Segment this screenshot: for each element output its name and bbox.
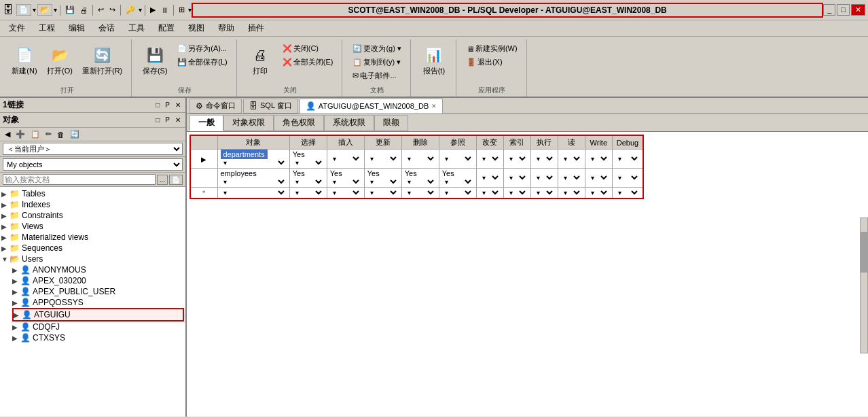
ribbon-new-btn[interactable]: 📄 新建(N) [8, 42, 41, 78]
row1-insert-dropdown[interactable]: ▾ [330, 154, 361, 163]
row2-exec[interactable]: ▾ [530, 169, 558, 188]
row3-insert-dropdown[interactable]: ▾ [330, 188, 361, 197]
obj-refresh[interactable]: 🔄 [68, 129, 82, 139]
row3-delete[interactable]: ▾ [401, 188, 439, 199]
open-dropdown-arrow[interactable]: ▾ [54, 6, 57, 14]
tree-item-anonymous[interactable]: ▶ 👤 ANONYMOUS [12, 264, 184, 275]
col-delete[interactable]: 删除 [401, 135, 439, 150]
menu-view[interactable]: 视图 [182, 20, 211, 36]
ribbon-saveas-btn[interactable]: 📄 另存为(A)... [174, 42, 230, 55]
panel2-close-btn[interactable]: ✕ [173, 116, 183, 124]
maximize-btn[interactable]: □ [837, 4, 850, 16]
panel2-pin-btn[interactable]: P [163, 116, 172, 124]
ribbon-email-btn[interactable]: ✉ 电子邮件... [349, 69, 405, 82]
menu-help[interactable]: 帮助 [212, 20, 240, 36]
row1-update-dropdown[interactable]: ▾ [367, 154, 399, 163]
ribbon-change-btn[interactable]: 🔄 更改为(g) ▾ [349, 42, 405, 55]
dropdown-arrow[interactable]: ▾ [33, 6, 36, 14]
row3-ref-dropdown[interactable]: ▾ [442, 188, 473, 197]
row1-exec-dropdown[interactable]: ▾ [534, 154, 555, 163]
tree-item-constraints[interactable]: ▶ 📁 Constraints [1, 210, 184, 221]
row3-exec-dropdown[interactable]: ▾ [534, 188, 555, 197]
obj-edit[interactable]: ✏ [43, 129, 54, 139]
row2-index[interactable]: ▾ [503, 169, 530, 188]
ribbon-print-btn[interactable]: 🖨 打印 [244, 42, 276, 78]
row3-alter[interactable]: ▾ [476, 188, 503, 199]
col-object[interactable]: 对象 [217, 135, 289, 150]
close-btn[interactable]: ✕ [851, 4, 865, 16]
menu-edit[interactable]: 编辑 [62, 20, 91, 36]
col-read[interactable]: 读 [558, 135, 585, 150]
row1-write[interactable]: ▾ [585, 150, 612, 169]
row1-write-dropdown[interactable]: ▾ [588, 154, 609, 163]
obj-delete[interactable]: 🗑 [55, 130, 67, 139]
row2-delete[interactable]: Yes ▾ [401, 169, 439, 188]
row1-read[interactable]: ▾ [558, 150, 585, 169]
row2-read-dropdown[interactable]: ▾ [561, 173, 582, 182]
row2-write-dropdown[interactable]: ▾ [588, 173, 609, 182]
ribbon-newinstance-btn[interactable]: 🖥 新建实例(W) [463, 42, 521, 55]
atguigu-tab-close[interactable]: ✕ [431, 103, 437, 109]
tree-item-tables[interactable]: ▶ 📁 Tables [1, 188, 184, 199]
tree-item-appqossys[interactable]: ▶ 👤 APPQOSSYS [12, 297, 184, 308]
col-insert[interactable]: 插入 [327, 135, 364, 150]
row2-ref-dropdown[interactable]: ▾ [442, 177, 473, 186]
row2-insert-dropdown[interactable]: ▾ [330, 177, 361, 186]
tree-scrollbar[interactable] [860, 217, 868, 353]
row3-index-dropdown[interactable]: ▾ [507, 188, 528, 197]
row3-debug-dropdown[interactable]: ▾ [615, 188, 640, 197]
row1-object-dropdown[interactable]: ▾ [221, 158, 287, 167]
objects-dropdown[interactable]: My objects [3, 158, 183, 171]
new-toolbar-btn[interactable]: 📄 [16, 4, 31, 16]
sub-tab-general[interactable]: 一般 [189, 115, 223, 131]
tree-item-users[interactable]: ▼ 📂 Users [1, 254, 184, 264]
tree-item-apex030200[interactable]: ▶ 👤 APEX_030200 [12, 275, 184, 286]
row3-ref[interactable]: ▾ [439, 188, 476, 199]
row3-debug[interactable]: ▾ [612, 188, 643, 199]
col-ref[interactable]: 参照 [439, 135, 476, 150]
row2-delete-dropdown[interactable]: ▾ [405, 177, 436, 186]
row1-ref-dropdown[interactable]: ▾ [442, 154, 473, 163]
obj-nav-back[interactable]: ◀ [3, 129, 12, 139]
col-debug[interactable]: Debug [612, 135, 643, 150]
tree-item-apex-public[interactable]: ▶ 👤 APEX_PUBLIC_USER [12, 286, 184, 297]
obj-copy[interactable]: 📋 [29, 129, 42, 139]
row1-index[interactable]: ▾ [503, 150, 530, 169]
row2-write[interactable]: ▾ [585, 169, 612, 188]
row2-update-dropdown[interactable]: ▾ [367, 177, 399, 186]
ribbon-exit-btn[interactable]: 🚪 退出(X) [463, 56, 521, 69]
ribbon-report-btn[interactable]: 📊 报告(t) [418, 42, 450, 78]
row1-delete[interactable]: ▾ [401, 150, 439, 169]
panel1-close-btn[interactable]: ✕ [173, 101, 183, 109]
tab-cmd-window[interactable]: ⚙ 命令窗口 [189, 99, 242, 114]
search-dots-btn[interactable]: ... [157, 175, 168, 185]
row2-object-dropdown[interactable]: ▾ [221, 177, 287, 186]
row2-exec-dropdown[interactable]: ▾ [534, 173, 555, 182]
tree-scrollbar-thumb[interactable] [861, 232, 867, 273]
row3-read[interactable]: ▾ [558, 188, 585, 199]
sub-tab-quota[interactable]: 限额 [374, 115, 408, 131]
row2-ref[interactable]: Yes ▾ [439, 169, 476, 188]
sub-tab-object-privileges[interactable]: 对象权限 [223, 115, 274, 131]
menu-session[interactable]: 会话 [92, 20, 121, 36]
pause-icon[interactable]: ⏸ [159, 5, 170, 15]
sub-tab-system-privileges[interactable]: 系统权限 [324, 115, 374, 131]
col-alter[interactable]: 改变 [476, 135, 503, 150]
panel1-pin-btn[interactable]: P [163, 101, 172, 109]
row3-delete-dropdown[interactable]: ▾ [405, 188, 436, 197]
print-icon[interactable]: 🖨 [78, 5, 90, 15]
row3-insert[interactable]: ▾ [327, 188, 364, 199]
undo-icon[interactable]: ↩ [96, 5, 106, 15]
tree-item-cdqfj[interactable]: ▶ 👤 CDQFJ [12, 321, 184, 332]
col-update[interactable]: 更新 [364, 135, 401, 150]
row3-object[interactable]: ▾ [217, 188, 289, 199]
row1-object[interactable]: departments ▾ [217, 150, 289, 169]
row3-write[interactable]: ▾ [585, 188, 612, 199]
ribbon-copy-btn[interactable]: 📋 复制到(y) ▾ [349, 56, 405, 69]
tree-item-atguigu[interactable]: ▶ 👤 ATGUIGU [12, 308, 184, 321]
menu-file[interactable]: 文件 [3, 20, 31, 36]
tree-item-indexes[interactable]: ▶ 📁 Indexes [1, 199, 184, 210]
panel1-float-btn[interactable]: □ [153, 101, 162, 109]
row3-index[interactable]: ▾ [503, 188, 530, 199]
row2-select-dropdown[interactable]: ▾ [293, 177, 324, 186]
